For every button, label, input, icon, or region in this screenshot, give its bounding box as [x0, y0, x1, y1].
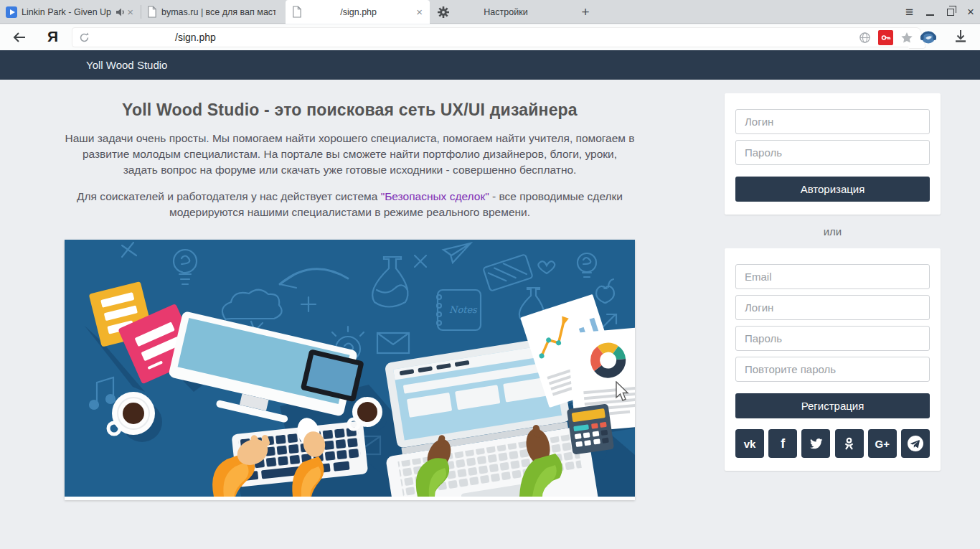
password-manager-icon[interactable] [878, 30, 893, 45]
facebook-icon[interactable]: f [768, 429, 797, 458]
url-text: /sign.php [90, 32, 216, 43]
video-play-icon [6, 6, 17, 18]
page-icon [291, 6, 302, 18]
reload-icon[interactable] [78, 32, 90, 44]
social-login-row: vk f G+ [735, 429, 930, 458]
page-icon [146, 6, 157, 18]
tab-title: Настройки [455, 7, 557, 17]
notes-doodle-label: Notes [449, 304, 478, 315]
tab-bymas[interactable]: bymas.ru | все для вап масте [141, 0, 286, 24]
tab-music[interactable]: Linkin Park - Given Up × [0, 0, 141, 24]
tab-title: bymas.ru | все для вап масте [161, 7, 275, 17]
window-close-button[interactable]: × [967, 6, 974, 18]
site-brand[interactable]: Yoll Wood Studio [86, 59, 167, 71]
browser-menu-icon[interactable]: ≡ [905, 5, 913, 19]
hero-image-card: Notes [65, 240, 635, 500]
address-bar: Я /sign.php [0, 24, 980, 50]
mouse-cursor [615, 381, 629, 403]
intro-paragraph: Наши задачи очень просты. Мы помогаем на… [65, 131, 635, 178]
register-password-input[interactable] [735, 326, 930, 351]
new-tab-button[interactable]: + [575, 3, 595, 21]
tab-settings[interactable]: Настройки [430, 0, 567, 24]
telegram-icon[interactable] [901, 429, 930, 458]
page-title: Yoll Wood Studio - это поисковая сеть UX… [65, 100, 635, 120]
safe-deals-link[interactable]: "Безопасных сделок" [381, 190, 489, 202]
register-card: Регистрация vk f G+ [725, 248, 941, 471]
tab-title: /sign.php [306, 7, 410, 17]
browser-tab-bar: Linkin Park - Given Up × bymas.ru | все … [0, 0, 980, 24]
window-restore-button[interactable] [947, 9, 954, 16]
music-downloader-extension-icon[interactable] [920, 28, 937, 44]
odnoklassniki-icon[interactable] [835, 429, 864, 458]
audio-speaker-icon[interactable] [116, 7, 126, 17]
back-icon[interactable] [11, 31, 27, 44]
register-username-input[interactable] [735, 295, 930, 320]
main-content: Yoll Wood Studio - это поисковая сеть UX… [65, 80, 635, 500]
hero-illustration: Notes [65, 240, 635, 497]
tab-close-icon[interactable]: × [126, 6, 135, 17]
or-divider: или [725, 225, 941, 238]
yandex-logo[interactable]: Я [47, 28, 58, 45]
bookmark-star-icon[interactable] [900, 32, 913, 44]
tab-sign-php[interactable]: /sign.php × [286, 0, 430, 24]
tab-title: Linkin Park - Given Up [22, 7, 111, 17]
globe-icon[interactable] [859, 32, 871, 44]
twitter-icon[interactable] [801, 429, 830, 458]
google-plus-icon[interactable]: G+ [868, 429, 897, 458]
window-minimize-button[interactable] [926, 14, 934, 16]
register-email-input[interactable] [735, 264, 930, 289]
downloads-icon[interactable] [954, 29, 967, 43]
tab-close-icon[interactable]: × [415, 6, 424, 17]
login-username-input[interactable] [735, 109, 930, 134]
url-field[interactable]: /sign.php [72, 27, 917, 47]
vk-icon[interactable]: vk [735, 429, 764, 458]
register-submit-button[interactable]: Регистрация [735, 393, 930, 418]
gear-icon [436, 5, 451, 19]
auth-sidebar: Авторизация или Регистрация vk f G+ [725, 93, 941, 471]
site-header: Yoll Wood Studio [0, 50, 980, 80]
login-password-input[interactable] [735, 140, 930, 165]
login-card: Авторизация [725, 93, 941, 215]
window-controls: ≡ × [905, 0, 974, 24]
register-password-repeat-input[interactable] [735, 357, 930, 382]
deals-paragraph: Для соискателей и работодателя у нас дей… [65, 189, 635, 220]
login-submit-button[interactable]: Авторизация [735, 177, 930, 202]
